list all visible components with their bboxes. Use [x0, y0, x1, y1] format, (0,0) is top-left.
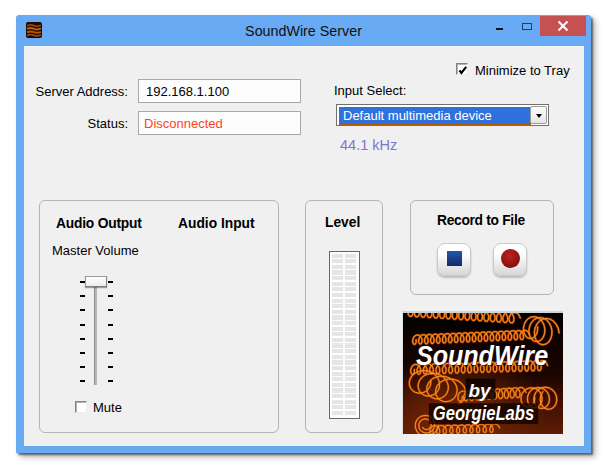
- svg-text:GeorgieLabs: GeorgieLabs: [433, 402, 534, 424]
- svg-text:by: by: [469, 380, 493, 401]
- svg-text:SoundWire: SoundWire: [416, 339, 548, 370]
